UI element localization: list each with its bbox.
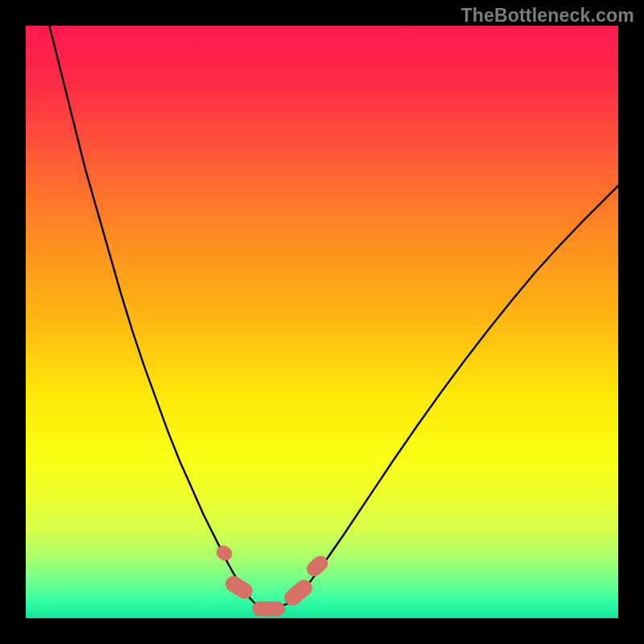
gradient-background <box>26 26 618 618</box>
curve-marker <box>253 601 285 616</box>
chart-plot-area <box>26 26 618 618</box>
bottleneck-chart <box>26 26 618 618</box>
chart-frame: TheBottleneck.com <box>0 0 644 644</box>
attribution-text: TheBottleneck.com <box>460 5 634 27</box>
